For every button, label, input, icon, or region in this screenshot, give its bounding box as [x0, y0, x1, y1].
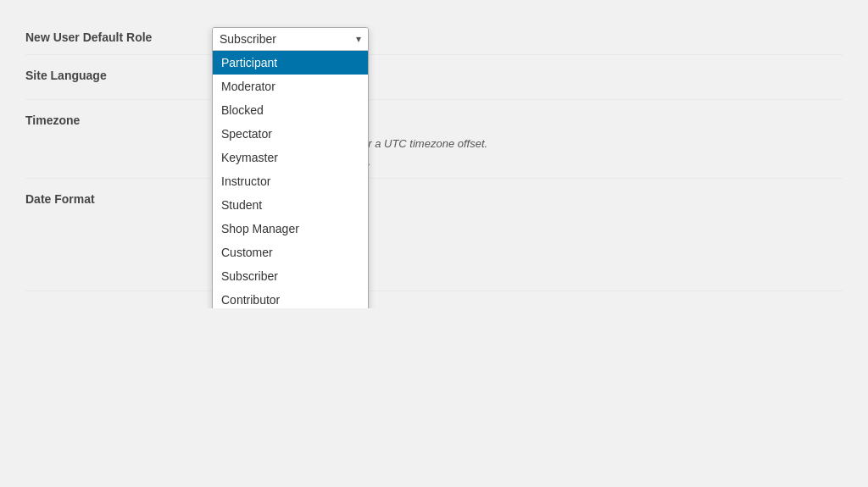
date-format-label: Date Format [25, 189, 212, 206]
role-option-spectator[interactable]: Spectator [213, 122, 368, 146]
site-language-label: Site Language [25, 65, 212, 82]
role-option-blocked[interactable]: Blocked [213, 98, 368, 122]
timezone-row: Timezone ▾ r in the same timezone as you… [25, 100, 843, 179]
site-language-row: Site Language tes) (United States) ▾ [25, 55, 843, 100]
role-option-contributor[interactable]: Contributor [213, 288, 368, 308]
role-option-customer[interactable]: Customer [213, 241, 368, 264]
new-user-default-role-row: New User Default Role Subscriber ▾ Parti… [25, 17, 843, 55]
role-option-shop-manager[interactable]: Shop Manager [213, 217, 368, 241]
role-option-student[interactable]: Student [213, 193, 368, 217]
role-option-instructor[interactable]: Instructor [213, 169, 368, 193]
role-dropdown-header[interactable]: Subscriber ▾ [213, 28, 368, 51]
date-format-row: Date Format F j, Y Y-m-d m/d/Y d/m/Y 16/… [25, 179, 843, 291]
role-chevron-icon: ▾ [356, 33, 361, 45]
role-dropdown-menu: Subscriber ▾ Participant Moderator Block… [212, 27, 369, 308]
role-options-list: Participant Moderator Blocked Spectator … [213, 51, 368, 308]
role-option-moderator[interactable]: Moderator [213, 75, 368, 98]
role-selected-value: Subscriber [220, 32, 276, 46]
role-option-keymaster[interactable]: Keymaster [213, 146, 368, 169]
new-user-default-role-label: New User Default Role [25, 27, 212, 44]
role-option-subscriber[interactable]: Subscriber [213, 264, 368, 288]
timezone-label: Timezone [25, 110, 212, 127]
role-option-participant[interactable]: Participant [213, 51, 368, 75]
